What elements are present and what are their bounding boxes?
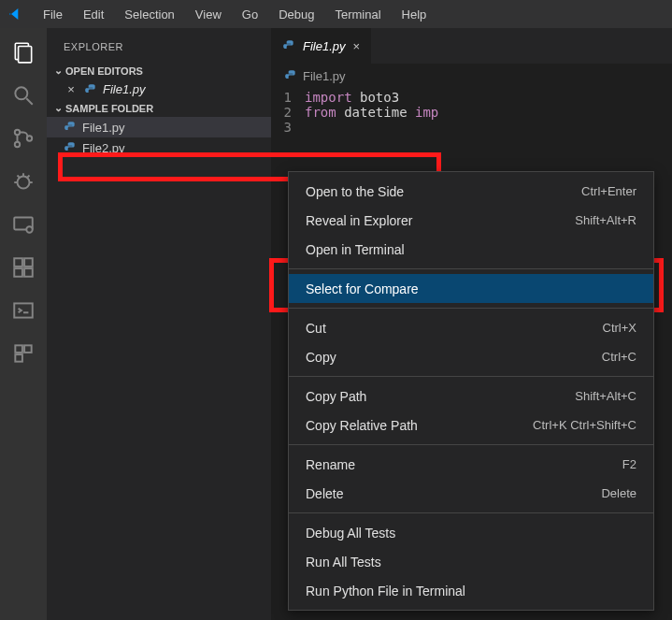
file-tree-item[interactable]: File2.py [47,137,271,158]
context-menu-item[interactable]: CopyCtrl+C [289,342,653,371]
menu-item-label: Copy Relative Path [306,418,418,433]
menu-edit[interactable]: Edit [74,4,113,25]
source-control-icon[interactable] [10,125,36,151]
sidebar-title: Explorer [47,34,271,62]
extensions-icon[interactable] [10,254,36,281]
close-icon[interactable]: × [353,39,361,53]
chevron-down-icon: ⌄ [50,65,65,77]
tab-label: File1.py [303,39,346,53]
menu-separator [289,268,653,269]
python-icon [64,121,77,134]
svg-point-14 [26,226,33,233]
svg-point-6 [27,136,32,140]
breadcrumb-text: File1.py [303,69,346,83]
menu-item-shortcut: Shift+Alt+C [575,389,636,403]
menu-item-label: Reveal in Explorer [306,213,412,228]
svg-point-5 [15,142,20,147]
code-line: 3 [271,120,672,135]
context-menu-item[interactable]: Copy PathShift+Alt+C [289,382,653,411]
menu-terminal[interactable]: Terminal [325,4,390,25]
svg-point-7 [18,177,30,189]
menu-help[interactable]: Help [393,4,436,25]
menu-go[interactable]: Go [233,4,267,25]
menu-separator [289,512,653,513]
file-tree-item[interactable]: File1.py [47,117,271,137]
chevron-down-icon: ⌄ [50,102,65,114]
context-menu-item[interactable]: Open to the SideCtrl+Enter [289,177,653,206]
menu-item-label: Copy [306,350,336,365]
vscode-logo-icon [7,7,22,22]
svg-rect-19 [14,303,33,317]
menu-item-label: Delete [306,486,343,501]
menu-item-label: Copy Path [306,389,366,404]
misc-icon[interactable] [10,340,36,367]
python-icon [284,69,297,82]
keyword: imp [415,105,438,120]
svg-rect-16 [14,268,22,277]
context-menu-item[interactable]: Select for Compare [289,274,653,303]
search-icon[interactable] [10,82,36,108]
context-menu-item[interactable]: Open in Terminal [289,235,653,264]
file-name: File2.py [82,141,125,155]
menu-file[interactable]: File [34,4,72,25]
menu-item-label: Open to the Side [306,184,404,199]
svg-rect-17 [24,268,33,277]
remote-icon[interactable] [10,211,36,238]
menu-item-shortcut: Shift+Alt+R [575,213,636,227]
svg-rect-1 [19,47,32,63]
python-icon [64,141,77,154]
context-menu-item[interactable]: CutCtrl+X [289,313,653,342]
context-menu-item[interactable]: Copy Relative PathCtrl+K Ctrl+Shift+C [289,411,653,440]
svg-point-2 [15,87,27,99]
context-menu-item[interactable]: DeleteDelete [289,479,653,508]
menu-item-shortcut: F2 [622,457,636,471]
titlebar: File Edit Selection View Go Debug Termin… [0,0,672,28]
python-icon [282,39,295,52]
close-icon[interactable]: × [64,82,79,96]
folder-header[interactable]: ⌄ Sample Folder [47,99,271,117]
menu-item-shortcut: Delete [601,486,636,500]
menu-separator [289,308,653,309]
line-number: 3 [271,120,305,135]
menu-item-shortcut: Ctrl+K Ctrl+Shift+C [533,418,636,432]
menu-item-label: Run Python File in Terminal [306,584,465,598]
menu-selection[interactable]: Selection [115,4,183,25]
context-menu-item[interactable]: RenameF2 [289,450,653,479]
svg-rect-15 [14,258,22,267]
menubar: File Edit Selection View Go Debug Termin… [34,4,436,25]
keyword: from [305,105,336,120]
menu-separator [289,444,653,445]
explorer-icon[interactable] [10,39,36,65]
code-line: 2 from datetime imp [271,105,672,120]
code-line: 1 import boto3 [271,90,672,105]
menu-item-shortcut: Ctrl+X [603,321,636,335]
open-editors-header[interactable]: ⌄ Open Editors [47,62,271,79]
open-editors-label: Open Editors [65,65,143,77]
svg-rect-21 [24,345,32,353]
svg-point-4 [15,130,20,135]
menu-item-label: Open in Terminal [306,242,405,257]
menu-item-shortcut: Ctrl+Enter [581,184,636,198]
context-menu-item[interactable]: Run Python File in Terminal [289,576,653,605]
context-menu-item[interactable]: Reveal in ExplorerShift+Alt+R [289,206,653,235]
code-text: boto3 [352,90,400,105]
context-menu-item[interactable]: Debug All Tests [289,518,653,547]
svg-rect-18 [24,258,33,267]
menu-item-label: Select for Compare [306,281,419,296]
editor-tab[interactable]: File1.py × [271,28,372,64]
menu-item-label: Cut [306,321,326,336]
context-menu-item[interactable]: Run All Tests [289,547,653,576]
code-editor[interactable]: 1 import boto3 2 from datetime imp 3 [271,88,672,135]
breadcrumb[interactable]: File1.py [271,64,672,88]
svg-line-11 [18,176,20,178]
debug-icon[interactable] [10,168,36,195]
open-editor-item[interactable]: × File1.py [47,79,271,99]
python-icon [84,83,97,96]
menu-separator [289,376,653,377]
svg-line-3 [26,98,33,105]
svg-line-12 [27,176,29,178]
menu-debug[interactable]: Debug [269,4,323,25]
menu-item-label: Rename [306,457,355,472]
menu-view[interactable]: View [186,4,231,25]
terminal-panel-icon[interactable] [10,297,36,324]
